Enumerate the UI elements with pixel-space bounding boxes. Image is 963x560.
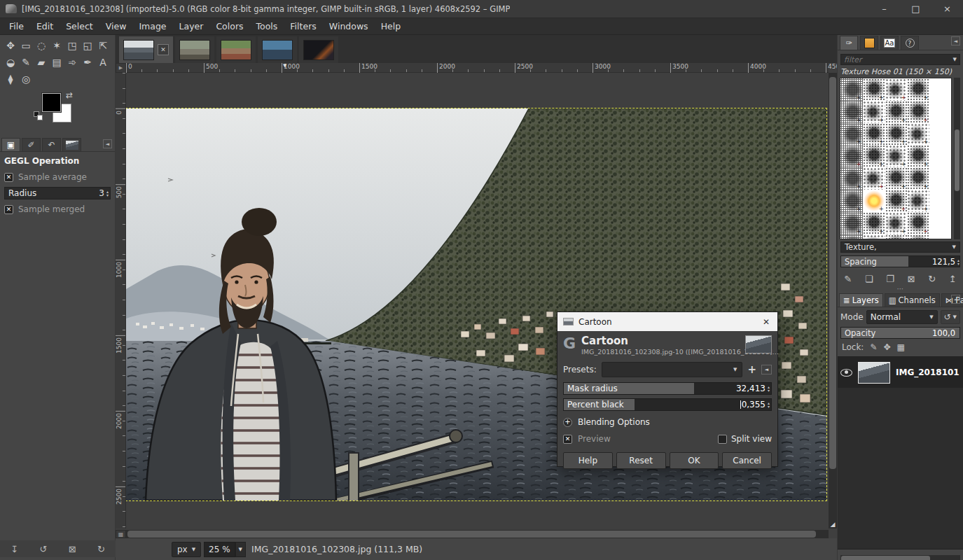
sample-merged-checkbox[interactable]: ✕ (4, 205, 13, 214)
brush-thumbnail[interactable] (907, 212, 929, 234)
delete-brush-icon[interactable]: ⊠ (908, 274, 915, 284)
brush-thumbnail[interactable] (840, 78, 863, 101)
brush-thumbnail[interactable] (863, 101, 885, 123)
radius-value[interactable]: 3 (99, 188, 104, 198)
maximize-button[interactable]: □ (900, 0, 931, 18)
mask-radius-spinner[interactable]: ▴▾ (768, 385, 770, 392)
brush-thumbnail[interactable] (885, 123, 908, 146)
reset-button[interactable]: Reset (616, 452, 666, 469)
brush-thumbnail[interactable] (840, 190, 863, 212)
preset-menu-arrow-icon[interactable]: ◄ (761, 365, 772, 374)
brush-thumbnail[interactable] (885, 234, 908, 239)
brush-thumbnail[interactable] (885, 167, 908, 190)
brush-thumbnail-sun[interactable] (863, 190, 885, 212)
sample-average-checkbox[interactable]: ✕ (4, 173, 13, 182)
dock-menu-arrow-icon[interactable]: ◄ (951, 36, 960, 46)
menu-file[interactable]: File (3, 18, 30, 35)
brush-thumbnail[interactable] (907, 234, 929, 239)
menu-edit[interactable]: Edit (30, 18, 60, 35)
lock-alpha-icon[interactable]: ▦ (897, 342, 905, 352)
brush-thumbnail[interactable] (863, 145, 885, 167)
brush-thumbnail[interactable] (885, 145, 908, 167)
dock-menu-arrow-icon[interactable]: ◄ (951, 295, 960, 304)
open-brush-image-icon[interactable]: ↥ (949, 274, 957, 284)
help-button[interactable]: Help (563, 452, 613, 469)
blending-options-expander[interactable]: + Blending Options (557, 411, 777, 427)
bucket-fill-tool-icon[interactable]: ◒ (3, 54, 18, 71)
eraser-tool-icon[interactable]: ▰ (34, 54, 49, 71)
clone-tool-icon[interactable]: ▤ (49, 54, 64, 71)
brush-thumbnail[interactable] (863, 123, 885, 146)
opacity-slider[interactable]: Opacity 100,0 ▴▾ (840, 327, 960, 339)
dock-menu-arrow-icon[interactable]: ◄ (103, 139, 112, 148)
dialog-close-icon[interactable]: ✕ (761, 317, 772, 327)
lock-position-icon[interactable]: ✥ (883, 342, 890, 352)
swap-colors-icon[interactable]: ⇄ (66, 90, 73, 100)
zoom-value[interactable]: 25 % (204, 542, 235, 557)
layer-thumbnail[interactable] (858, 362, 890, 384)
color-picker-tool-icon[interactable]: ⧫ (3, 71, 18, 88)
expander-plus-icon[interactable]: + (563, 418, 572, 427)
rectangle-select-tool-icon[interactable]: ▭ (18, 37, 34, 54)
tab-brushes[interactable]: ✑ (840, 36, 858, 50)
fuzzy-select-tool-icon[interactable]: ✶ (49, 37, 64, 54)
brush-thumbnail[interactable] (840, 167, 863, 190)
opacity-value[interactable]: 100,0 (932, 328, 955, 338)
free-select-tool-icon[interactable]: ◌ (34, 37, 49, 54)
zoom-tool-icon[interactable]: ◎ (18, 71, 34, 88)
tab-channels[interactable]: ▥ Channels (885, 293, 940, 307)
mode-reset-icon[interactable]: ↺ (944, 312, 951, 322)
spacing-spinner[interactable]: ▴▾ (957, 258, 959, 265)
lock-pixels-icon[interactable]: ✎ (870, 342, 877, 352)
menu-select[interactable]: Select (60, 18, 99, 35)
brush-thumbnail[interactable] (885, 101, 908, 123)
brush-thumbnail[interactable] (907, 78, 929, 101)
tab-fonts[interactable]: Aa (880, 36, 899, 50)
brush-thumbnail[interactable] (863, 78, 885, 101)
mask-radius-value[interactable]: 32,413 (736, 384, 765, 393)
layer-list-scrollbar[interactable] (840, 555, 960, 560)
smudge-tool-icon[interactable]: ➾ (64, 54, 80, 71)
menu-view[interactable]: View (99, 18, 133, 35)
radius-input[interactable]: Radius 3 ▴▾ (4, 187, 111, 200)
brush-thumbnail[interactable] (840, 212, 863, 234)
duplicate-brush-icon[interactable]: ❐ (886, 274, 894, 284)
brush-grid[interactable] (840, 78, 952, 239)
restore-tool-preset-icon[interactable]: ↺ (39, 544, 47, 554)
brush-grid-scrollbar[interactable] (954, 78, 960, 239)
image-tab-2[interactable] (175, 36, 214, 63)
vertical-scrollbar[interactable] (829, 73, 837, 528)
unit-dropdown[interactable]: px ▼ (172, 542, 201, 557)
menu-filters[interactable]: Filters (284, 18, 322, 35)
tab-device-status[interactable]: ✐ (22, 138, 41, 151)
default-colors-icon[interactable] (34, 111, 43, 120)
brush-thumbnail[interactable] (863, 167, 885, 190)
new-brush-icon[interactable]: ❏ (865, 274, 873, 284)
menu-layer[interactable]: Layer (173, 18, 210, 35)
foreground-color-swatch[interactable] (42, 93, 61, 112)
refresh-brushes-icon[interactable]: ↻ (928, 274, 936, 284)
brush-thumbnail[interactable] (863, 212, 885, 234)
percent-black-slider[interactable]: Percent black 0,355 ▴▾ (563, 398, 772, 411)
image-tab-3[interactable] (216, 36, 256, 63)
brush-filter-field[interactable]: ▼ (840, 54, 960, 65)
tab-tool-options[interactable]: ▣ (1, 138, 20, 151)
preview-checkbox[interactable]: ✕ (563, 435, 572, 444)
menu-help[interactable]: Help (375, 18, 408, 35)
texture-dropdown[interactable]: Texture, ▼ (840, 241, 960, 253)
percent-black-spinner[interactable]: ▴▾ (768, 401, 770, 408)
transform-tool-icon[interactable]: ◱ (80, 37, 95, 54)
edit-brush-icon[interactable]: ✎ (844, 274, 852, 284)
ruler-corner-button[interactable]: ▶ (116, 63, 126, 73)
spacing-value[interactable]: 121,5 (932, 257, 955, 267)
tab-image-thumbnail[interactable] (62, 138, 81, 151)
brush-thumbnail[interactable] (885, 190, 908, 212)
dialog-title-bar[interactable]: Cartoon ✕ (557, 312, 777, 331)
crop-tool-icon[interactable]: ◳ (64, 37, 80, 54)
layer-name[interactable]: IMG_2018101 (896, 368, 959, 377)
quick-mask-toggle-icon[interactable]: ▦ (116, 530, 126, 538)
brush-thumbnail[interactable] (840, 145, 863, 167)
menu-colors[interactable]: Colors (209, 18, 249, 35)
mode-switch-group[interactable]: ↺ ▼ (941, 310, 960, 324)
save-tool-preset-icon[interactable]: ↧ (11, 544, 18, 554)
